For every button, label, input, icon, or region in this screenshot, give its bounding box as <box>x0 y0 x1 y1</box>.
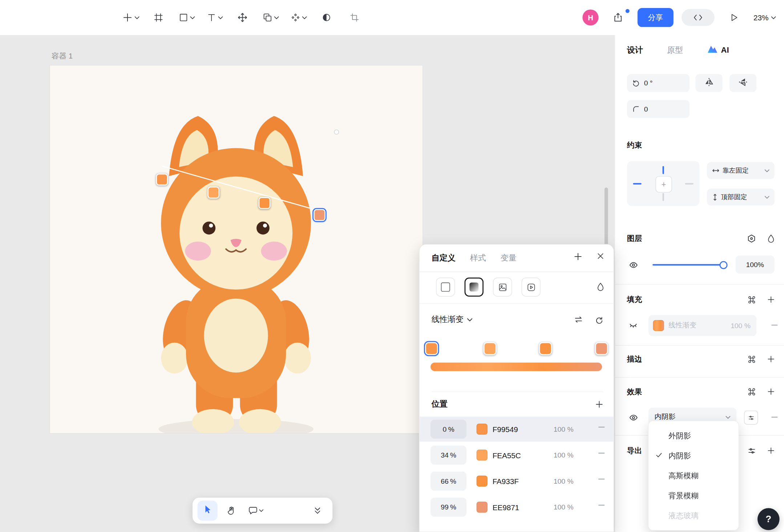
comment-tool-button[interactable] <box>246 501 266 521</box>
gradient-stop-handle[interactable] <box>156 174 168 186</box>
menu-item-background-blur[interactable]: 背景模糊 <box>648 485 739 505</box>
flip-vertical-button[interactable] <box>730 74 756 92</box>
stop-opacity-value[interactable]: 100% <box>554 503 574 511</box>
shape-tool-button[interactable] <box>175 8 198 27</box>
layer-visibility-eye-icon[interactable] <box>629 261 638 270</box>
boolean-tool-button[interactable] <box>259 8 282 27</box>
fill-opacity-value[interactable]: 100 % <box>731 322 751 330</box>
horizontal-constraint-select[interactable]: 靠左固定 <box>707 162 775 179</box>
layout-tool-button[interactable] <box>231 8 254 27</box>
menu-item-gaussian-blur[interactable]: 高斯模糊 <box>648 466 739 485</box>
stop-color-swatch[interactable] <box>477 450 488 460</box>
opacity-droplet-icon[interactable] <box>767 234 775 243</box>
stop-hex-value[interactable]: EE9871 <box>493 503 519 511</box>
panel-close-button[interactable] <box>597 252 605 260</box>
panel-add-button[interactable] <box>574 252 583 261</box>
panel-tab-variables[interactable]: 变量 <box>501 253 517 263</box>
opacity-droplet-icon[interactable] <box>597 282 605 291</box>
flip-horizontal-button[interactable] <box>695 74 722 92</box>
gradient-stop-handle[interactable] <box>539 342 552 355</box>
stop-hex-value[interactable]: F99549 <box>493 425 518 433</box>
add-stroke-icon[interactable] <box>767 355 775 363</box>
mask-tool-button[interactable] <box>315 8 338 27</box>
gradient-stop-row[interactable]: 0% F99549 100% <box>420 416 614 442</box>
fill-type-image-button[interactable] <box>493 278 512 297</box>
gradient-type-select[interactable]: 线性渐变 <box>432 311 603 329</box>
remove-fill-minus-icon[interactable] <box>771 321 779 329</box>
remove-stop-button[interactable] <box>598 449 606 457</box>
stop-color-swatch[interactable] <box>477 424 488 435</box>
add-export-icon[interactable] <box>767 447 775 455</box>
export-settings-icon[interactable] <box>748 446 756 455</box>
add-fill-icon[interactable] <box>767 295 775 303</box>
share-button[interactable]: 分享 <box>638 8 674 27</box>
menu-item-outer-shadow[interactable]: 外阴影 <box>648 426 739 446</box>
styles-library-icon[interactable] <box>748 355 756 363</box>
remove-stop-button[interactable] <box>598 475 606 483</box>
gradient-stop-handle[interactable] <box>259 197 271 209</box>
stop-position-input[interactable]: 99% <box>431 497 466 516</box>
tab-ai[interactable]: AI <box>707 44 729 57</box>
stop-opacity-value[interactable]: 100% <box>554 477 574 485</box>
constraint-center-anchor[interactable]: + <box>655 176 672 192</box>
add-stop-button[interactable] <box>595 400 603 408</box>
constraint-right-anchor[interactable] <box>685 183 693 185</box>
dev-mode-toggle[interactable] <box>682 9 715 26</box>
text-tool-button[interactable] <box>203 8 226 27</box>
fill-type-solid-button[interactable] <box>436 278 455 297</box>
gradient-stop-handle[interactable] <box>207 186 219 198</box>
add-effect-icon[interactable] <box>767 388 775 396</box>
fill-type-gradient-button[interactable] <box>465 278 484 297</box>
fill-gradient-swatch[interactable] <box>653 320 664 331</box>
remove-effect-minus-icon[interactable] <box>771 413 779 421</box>
gradient-stop-handle-selected[interactable] <box>425 342 438 355</box>
effect-visibility-eye-icon[interactable] <box>629 413 638 422</box>
frame-tool-button[interactable] <box>147 8 170 27</box>
gradient-stop-row[interactable]: 66% FA933F 100% <box>420 469 614 494</box>
constraint-left-anchor[interactable] <box>633 183 641 185</box>
stop-position-input[interactable]: 66% <box>431 472 466 491</box>
panel-tab-custom[interactable]: 自定义 <box>432 253 456 263</box>
fill-type-video-button[interactable] <box>521 278 540 297</box>
present-button[interactable] <box>723 8 745 27</box>
stop-hex-value[interactable]: FEA55C <box>493 451 521 459</box>
constraints-widget[interactable]: + <box>627 161 700 206</box>
stop-hex-value[interactable]: FA933F <box>493 477 519 485</box>
zoom-control[interactable]: 23% <box>753 13 776 21</box>
styles-library-icon[interactable] <box>748 295 756 304</box>
corner-radius-input[interactable]: 0 <box>627 100 690 118</box>
gradient-stop-row[interactable]: 34% FEA55C 100% <box>420 443 614 468</box>
gradient-stop-handle-selected[interactable] <box>314 209 326 221</box>
fill-row[interactable]: 线性渐变 100 % <box>648 315 756 336</box>
gradient-stop-row[interactable]: 99% EE9871 100% <box>420 495 614 520</box>
opacity-value-input[interactable]: 100% <box>736 255 775 274</box>
stop-color-swatch[interactable] <box>477 476 488 487</box>
stop-opacity-value[interactable]: 100% <box>554 451 574 459</box>
insert-tool-button[interactable] <box>119 8 142 27</box>
frame-label[interactable]: 容器 1 <box>52 52 73 61</box>
constraint-bottom-anchor[interactable] <box>663 193 664 201</box>
tab-design[interactable]: 设计 <box>627 45 643 55</box>
tab-prototype[interactable]: 原型 <box>667 45 683 55</box>
avatar[interactable]: H <box>582 9 598 25</box>
component-tool-button[interactable] <box>287 8 310 27</box>
stop-opacity-value[interactable]: 100% <box>554 425 574 433</box>
gradient-stop-handle[interactable] <box>595 342 608 355</box>
share-export-button[interactable] <box>606 8 629 27</box>
swap-stops-icon[interactable] <box>574 315 583 323</box>
stop-color-swatch[interactable] <box>477 501 488 512</box>
opacity-slider[interactable] <box>652 261 724 268</box>
stop-position-input[interactable]: 0% <box>431 420 466 439</box>
remove-stop-button[interactable] <box>598 501 606 509</box>
styles-library-icon[interactable] <box>748 387 756 396</box>
select-tool-button[interactable] <box>198 501 218 521</box>
artboard[interactable] <box>50 65 423 433</box>
help-button[interactable]: ? <box>757 508 780 530</box>
rotation-input[interactable]: 0 ° <box>627 74 690 92</box>
blend-mode-icon[interactable] <box>747 234 756 243</box>
vertical-constraint-select[interactable]: 顶部固定 <box>707 189 775 206</box>
stop-position-input[interactable]: 34% <box>431 446 466 464</box>
constraint-top-anchor[interactable] <box>663 166 664 174</box>
rotate-gradient-icon[interactable] <box>595 315 603 324</box>
panel-tab-styles[interactable]: 样式 <box>470 253 486 263</box>
